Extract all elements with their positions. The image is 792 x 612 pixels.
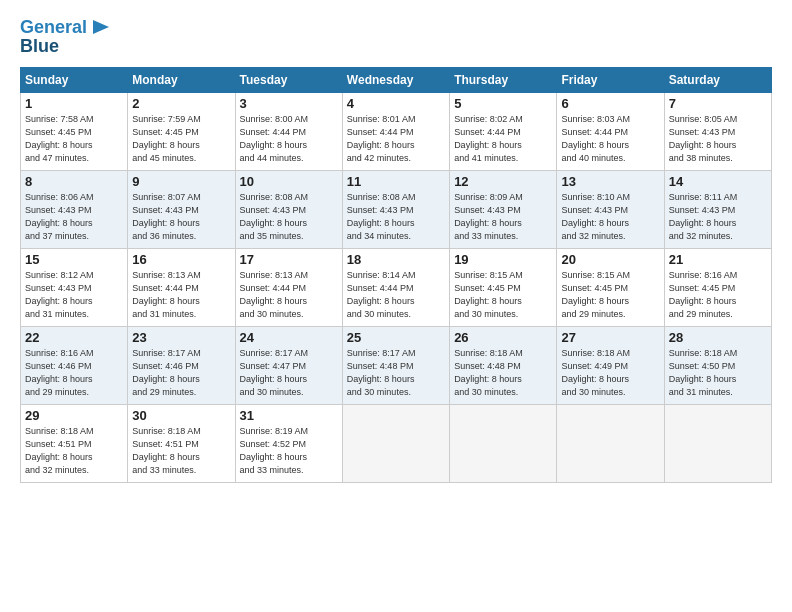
day-info: Sunrise: 8:07 AM Sunset: 4:43 PM Dayligh…	[132, 191, 230, 243]
header: General Blue	[20, 16, 772, 57]
day-number: 11	[347, 174, 445, 189]
day-info: Sunrise: 8:16 AM Sunset: 4:45 PM Dayligh…	[669, 269, 767, 321]
day-cell-31: 31Sunrise: 8:19 AM Sunset: 4:52 PM Dayli…	[235, 405, 342, 483]
day-number: 5	[454, 96, 552, 111]
day-cell-23: 23Sunrise: 8:17 AM Sunset: 4:46 PM Dayli…	[128, 327, 235, 405]
day-info: Sunrise: 8:01 AM Sunset: 4:44 PM Dayligh…	[347, 113, 445, 165]
empty-cell	[342, 405, 449, 483]
day-info: Sunrise: 8:18 AM Sunset: 4:49 PM Dayligh…	[561, 347, 659, 399]
day-info: Sunrise: 8:09 AM Sunset: 4:43 PM Dayligh…	[454, 191, 552, 243]
day-number: 2	[132, 96, 230, 111]
svg-marker-0	[93, 20, 109, 34]
day-info: Sunrise: 7:59 AM Sunset: 4:45 PM Dayligh…	[132, 113, 230, 165]
day-number: 19	[454, 252, 552, 267]
day-cell-2: 2Sunrise: 7:59 AM Sunset: 4:45 PM Daylig…	[128, 93, 235, 171]
day-number: 26	[454, 330, 552, 345]
day-number: 20	[561, 252, 659, 267]
day-info: Sunrise: 8:14 AM Sunset: 4:44 PM Dayligh…	[347, 269, 445, 321]
day-number: 28	[669, 330, 767, 345]
day-info: Sunrise: 8:19 AM Sunset: 4:52 PM Dayligh…	[240, 425, 338, 477]
day-cell-10: 10Sunrise: 8:08 AM Sunset: 4:43 PM Dayli…	[235, 171, 342, 249]
day-number: 3	[240, 96, 338, 111]
day-number: 27	[561, 330, 659, 345]
day-number: 9	[132, 174, 230, 189]
header-row: SundayMondayTuesdayWednesdayThursdayFrid…	[21, 68, 772, 93]
week-row-1: 1Sunrise: 7:58 AM Sunset: 4:45 PM Daylig…	[21, 93, 772, 171]
day-header-thursday: Thursday	[450, 68, 557, 93]
logo-arrow-icon	[91, 18, 111, 36]
day-number: 31	[240, 408, 338, 423]
day-number: 7	[669, 96, 767, 111]
day-number: 14	[669, 174, 767, 189]
day-cell-9: 9Sunrise: 8:07 AM Sunset: 4:43 PM Daylig…	[128, 171, 235, 249]
day-cell-22: 22Sunrise: 8:16 AM Sunset: 4:46 PM Dayli…	[21, 327, 128, 405]
day-number: 23	[132, 330, 230, 345]
day-number: 10	[240, 174, 338, 189]
calendar-table: SundayMondayTuesdayWednesdayThursdayFrid…	[20, 67, 772, 483]
day-info: Sunrise: 8:11 AM Sunset: 4:43 PM Dayligh…	[669, 191, 767, 243]
day-info: Sunrise: 8:16 AM Sunset: 4:46 PM Dayligh…	[25, 347, 123, 399]
day-header-tuesday: Tuesday	[235, 68, 342, 93]
day-cell-17: 17Sunrise: 8:13 AM Sunset: 4:44 PM Dayli…	[235, 249, 342, 327]
day-cell-15: 15Sunrise: 8:12 AM Sunset: 4:43 PM Dayli…	[21, 249, 128, 327]
day-info: Sunrise: 8:10 AM Sunset: 4:43 PM Dayligh…	[561, 191, 659, 243]
day-number: 29	[25, 408, 123, 423]
day-cell-5: 5Sunrise: 8:02 AM Sunset: 4:44 PM Daylig…	[450, 93, 557, 171]
day-cell-1: 1Sunrise: 7:58 AM Sunset: 4:45 PM Daylig…	[21, 93, 128, 171]
day-header-saturday: Saturday	[664, 68, 771, 93]
day-cell-8: 8Sunrise: 8:06 AM Sunset: 4:43 PM Daylig…	[21, 171, 128, 249]
week-row-2: 8Sunrise: 8:06 AM Sunset: 4:43 PM Daylig…	[21, 171, 772, 249]
day-header-wednesday: Wednesday	[342, 68, 449, 93]
day-info: Sunrise: 8:03 AM Sunset: 4:44 PM Dayligh…	[561, 113, 659, 165]
day-number: 30	[132, 408, 230, 423]
day-info: Sunrise: 8:15 AM Sunset: 4:45 PM Dayligh…	[561, 269, 659, 321]
day-cell-27: 27Sunrise: 8:18 AM Sunset: 4:49 PM Dayli…	[557, 327, 664, 405]
day-info: Sunrise: 8:06 AM Sunset: 4:43 PM Dayligh…	[25, 191, 123, 243]
day-info: Sunrise: 8:17 AM Sunset: 4:48 PM Dayligh…	[347, 347, 445, 399]
day-number: 1	[25, 96, 123, 111]
day-cell-11: 11Sunrise: 8:08 AM Sunset: 4:43 PM Dayli…	[342, 171, 449, 249]
day-cell-29: 29Sunrise: 8:18 AM Sunset: 4:51 PM Dayli…	[21, 405, 128, 483]
day-number: 17	[240, 252, 338, 267]
day-cell-25: 25Sunrise: 8:17 AM Sunset: 4:48 PM Dayli…	[342, 327, 449, 405]
logo-text: General	[20, 18, 87, 38]
day-cell-28: 28Sunrise: 8:18 AM Sunset: 4:50 PM Dayli…	[664, 327, 771, 405]
day-cell-21: 21Sunrise: 8:16 AM Sunset: 4:45 PM Dayli…	[664, 249, 771, 327]
day-number: 18	[347, 252, 445, 267]
page-container: General Blue SundayMondayTuesdayWednesd	[0, 0, 792, 493]
day-info: Sunrise: 8:18 AM Sunset: 4:48 PM Dayligh…	[454, 347, 552, 399]
week-row-4: 22Sunrise: 8:16 AM Sunset: 4:46 PM Dayli…	[21, 327, 772, 405]
day-cell-6: 6Sunrise: 8:03 AM Sunset: 4:44 PM Daylig…	[557, 93, 664, 171]
day-info: Sunrise: 7:58 AM Sunset: 4:45 PM Dayligh…	[25, 113, 123, 165]
day-number: 15	[25, 252, 123, 267]
day-info: Sunrise: 8:13 AM Sunset: 4:44 PM Dayligh…	[240, 269, 338, 321]
day-cell-4: 4Sunrise: 8:01 AM Sunset: 4:44 PM Daylig…	[342, 93, 449, 171]
day-cell-19: 19Sunrise: 8:15 AM Sunset: 4:45 PM Dayli…	[450, 249, 557, 327]
day-info: Sunrise: 8:02 AM Sunset: 4:44 PM Dayligh…	[454, 113, 552, 165]
logo: General Blue	[20, 16, 111, 57]
day-info: Sunrise: 8:05 AM Sunset: 4:43 PM Dayligh…	[669, 113, 767, 165]
empty-cell	[664, 405, 771, 483]
empty-cell	[557, 405, 664, 483]
empty-cell	[450, 405, 557, 483]
day-number: 25	[347, 330, 445, 345]
day-cell-14: 14Sunrise: 8:11 AM Sunset: 4:43 PM Dayli…	[664, 171, 771, 249]
day-info: Sunrise: 8:18 AM Sunset: 4:50 PM Dayligh…	[669, 347, 767, 399]
day-info: Sunrise: 8:00 AM Sunset: 4:44 PM Dayligh…	[240, 113, 338, 165]
day-info: Sunrise: 8:13 AM Sunset: 4:44 PM Dayligh…	[132, 269, 230, 321]
day-info: Sunrise: 8:12 AM Sunset: 4:43 PM Dayligh…	[25, 269, 123, 321]
day-cell-30: 30Sunrise: 8:18 AM Sunset: 4:51 PM Dayli…	[128, 405, 235, 483]
day-info: Sunrise: 8:17 AM Sunset: 4:46 PM Dayligh…	[132, 347, 230, 399]
day-header-sunday: Sunday	[21, 68, 128, 93]
day-number: 24	[240, 330, 338, 345]
day-number: 8	[25, 174, 123, 189]
day-cell-26: 26Sunrise: 8:18 AM Sunset: 4:48 PM Dayli…	[450, 327, 557, 405]
day-info: Sunrise: 8:08 AM Sunset: 4:43 PM Dayligh…	[347, 191, 445, 243]
day-info: Sunrise: 8:15 AM Sunset: 4:45 PM Dayligh…	[454, 269, 552, 321]
week-row-5: 29Sunrise: 8:18 AM Sunset: 4:51 PM Dayli…	[21, 405, 772, 483]
day-header-monday: Monday	[128, 68, 235, 93]
day-info: Sunrise: 8:08 AM Sunset: 4:43 PM Dayligh…	[240, 191, 338, 243]
day-cell-13: 13Sunrise: 8:10 AM Sunset: 4:43 PM Dayli…	[557, 171, 664, 249]
week-row-3: 15Sunrise: 8:12 AM Sunset: 4:43 PM Dayli…	[21, 249, 772, 327]
day-header-friday: Friday	[557, 68, 664, 93]
